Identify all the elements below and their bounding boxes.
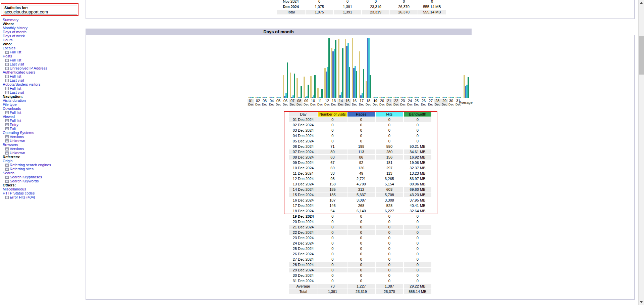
sidebar-item-summary[interactable]: Summary: [3, 18, 18, 22]
sidebar-item-last-visit[interactable]: Last visit: [5, 90, 24, 94]
sidebar-item-viewed[interactable]: Viewed: [3, 115, 15, 119]
sidebar-item-monthly-history[interactable]: Monthly history: [3, 26, 28, 30]
table-list-icon: [5, 51, 9, 54]
table-header-row: DayNumber of visitsPagesHitsBandwidth: [289, 112, 431, 117]
sidebar-section-header: Navigation:: [3, 94, 85, 98]
table-row: 01 Dec 20240000: [289, 117, 431, 122]
table-list-icon: [5, 75, 9, 78]
table-list-icon: [5, 91, 9, 94]
scrollbar[interactable]: [638, 0, 644, 305]
monthly-summary-table: Nov 202400000Dec 20241,0751,39123,31926,…: [276, 0, 446, 15]
table-list-icon: [5, 123, 9, 126]
sidebar-item-days-of-week[interactable]: Days of week: [3, 34, 25, 38]
table-row: 25 Dec 20240000: [289, 246, 431, 251]
up-arrow-icon: [640, 2, 643, 4]
sidebar-item-referring-sites[interactable]: Referring sites: [5, 167, 34, 171]
table-row: 26 Dec 20240000: [289, 252, 431, 256]
sidebar-item-versions[interactable]: Versions: [5, 147, 24, 151]
sidebar-item-full-list[interactable]: Full list: [5, 74, 21, 78]
sidebar-item-days-of-month[interactable]: Days of month: [3, 30, 26, 34]
sidebar-item-miscellaneous[interactable]: Miscellaneous: [3, 187, 26, 191]
table-list-icon: [5, 119, 9, 122]
table-list-icon: [5, 168, 9, 171]
sidebar-item-search[interactable]: Search: [3, 171, 14, 175]
sidebar-item-entry[interactable]: Entry: [5, 123, 18, 127]
sidebar-item-file-type[interactable]: File type: [3, 102, 17, 106]
table-row: 23 Dec 20240000: [289, 235, 431, 240]
sidebar-item-versions[interactable]: Versions: [5, 135, 24, 139]
table-list-icon: [5, 164, 9, 167]
table-row: 24 Dec 20240000: [289, 241, 431, 246]
table-row: 27 Dec 20240000: [289, 257, 431, 262]
sidebar-item-authenticated-users[interactable]: Authenticated users: [3, 70, 35, 74]
table-list-icon: [5, 127, 9, 130]
table-row: 14 Dec 202418531260369.60 MB: [289, 187, 431, 192]
table-list-icon: [5, 87, 9, 90]
table-row: 21 Dec 20240000: [289, 225, 431, 229]
sidebar-item-robots-spiders-visitors[interactable]: Robots/Spiders visitors: [3, 82, 41, 86]
sidebar-item-operating-systems[interactable]: Operating Systems: [3, 131, 34, 135]
sidebar-item-downloads[interactable]: Downloads: [3, 106, 21, 111]
column-header-hits: Hits: [376, 112, 403, 117]
table-row: 11 Dec 2024334911313.23 MB: [289, 171, 431, 176]
table-row: 08 Dec 2024638615616.92 MB: [289, 155, 431, 160]
table-row: 29 Dec 20240000: [289, 268, 431, 272]
sidebar-item-full-list[interactable]: Full list: [5, 58, 21, 62]
table-row: 05 Dec 20240000: [289, 139, 431, 143]
table-row: Total1,39123,31926,370555.14 MB: [289, 289, 431, 294]
table-list-icon: [5, 111, 9, 114]
table-list-icon: [5, 139, 9, 142]
table-row: 02 Dec 20240000: [289, 123, 431, 127]
table-row: 03 Dec 20240000: [289, 128, 431, 133]
sidebar-item-search-keywords[interactable]: Search Keywords: [5, 179, 39, 183]
down-arrow-icon: [640, 301, 643, 303]
table-row: Average731,2271,38729.22 MB: [289, 284, 431, 289]
table-list-icon: [5, 59, 9, 62]
table-list-icon: [5, 63, 9, 66]
sidebar-section-header: Referrers:: [3, 155, 85, 159]
table-row: 15 Dec 20241855,3375,70843.23 MB: [289, 192, 431, 197]
statistics-for-box: Statistics for: accucloudsupport.com: [3, 5, 77, 15]
sidebar-item-full-list[interactable]: Full list: [5, 119, 21, 123]
table-list-icon: [5, 196, 9, 199]
table-row: 19 Dec 20240000: [289, 214, 431, 219]
table-row: 28 Dec 20240000: [289, 262, 431, 267]
sidebar-item-full-list[interactable]: Full list: [5, 111, 21, 115]
table-row: 10 Dec 20246912629732.37 MB: [289, 166, 431, 170]
monthly-summary-box: Nov 202400000Dec 20241,0751,39123,31926,…: [86, 0, 635, 19]
sidebar-item-hosts[interactable]: Hosts: [3, 54, 12, 58]
sidebar-item-error-hits-404[interactable]: Error Hits (404): [5, 195, 35, 199]
table-row: 04 Dec 20240000: [289, 133, 431, 138]
sidebar-item-unknown[interactable]: Unknown: [5, 139, 25, 143]
table-row: Dec 20241,0751,39123,31926,370555.14 MB: [277, 4, 446, 9]
table-list-icon: [5, 147, 9, 150]
sidebar-item-full-list[interactable]: Full list: [5, 86, 21, 90]
sidebar-item-last-visit[interactable]: Last visit: [5, 62, 24, 66]
table-row: Total1,0751,39123,31926,370555.14 MB: [277, 10, 446, 14]
sidebar-section-header: Others:: [3, 183, 85, 187]
scrollbar-down-arrow-button[interactable]: [639, 299, 644, 305]
sidebar-item-visits-duration[interactable]: Visits duration: [3, 98, 26, 102]
sidebar-item-exit[interactable]: Exit: [5, 127, 16, 131]
sidebar-item-search-keyphrases[interactable]: Search Keyphrases: [5, 175, 42, 179]
sidebar-item-last-visit[interactable]: Last visit: [5, 78, 24, 82]
table-list-icon: [5, 135, 9, 138]
sidebar-item-unknown[interactable]: Unknown: [5, 151, 25, 155]
scrollbar-up-arrow-button[interactable]: [639, 0, 644, 6]
column-header-number-of-visits: Number of visits: [318, 112, 347, 117]
scrollbar-thumb[interactable]: [639, 36, 644, 75]
sidebar-item-http-status-codes[interactable]: HTTP Status codes: [3, 191, 35, 195]
table-row: 20 Dec 20240000: [289, 219, 431, 224]
sidebar-item-locales[interactable]: Locales: [3, 46, 15, 50]
sidebar-item-referring-search-engines[interactable]: Referring search engines: [5, 163, 51, 167]
table-row: 13 Dec 20241584,7905,15480.96 MB: [289, 182, 431, 186]
table-row: 17 Dec 202414626852840.41 MB: [289, 203, 431, 208]
sidebar-item-browsers[interactable]: Browsers: [3, 143, 18, 147]
sidebar-item-unresolved-ip-address[interactable]: Unresolved IP Address: [5, 66, 47, 70]
sidebar-item-origin[interactable]: Origin: [3, 159, 12, 163]
sidebar-item-hours[interactable]: Hours: [3, 38, 12, 42]
days-of-month-table: DayNumber of visitsPagesHitsBandwidth01 …: [288, 111, 432, 295]
sidebar-item-full-list[interactable]: Full list: [5, 50, 21, 54]
table-row: 16 Dec 20241873,0873,30837.95 MB: [289, 198, 431, 203]
table-row: 31 Dec 20240000: [289, 278, 431, 283]
